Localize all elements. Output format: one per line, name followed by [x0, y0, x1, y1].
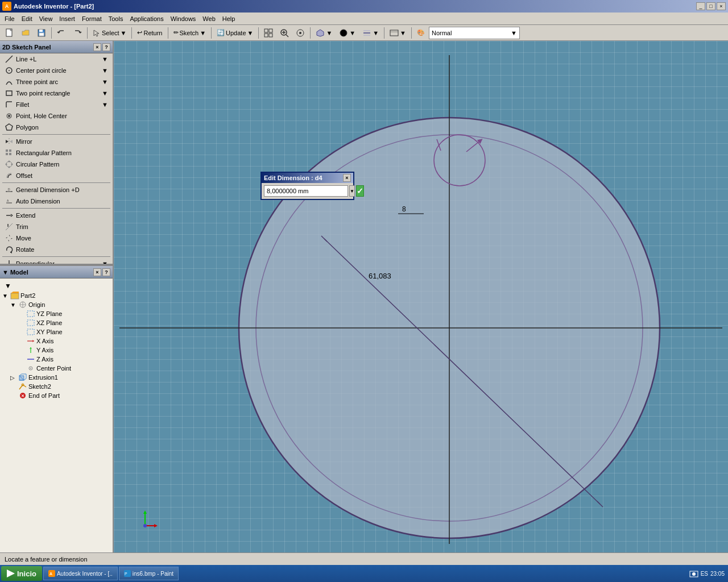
- tree-item-center[interactable]: Center Point: [2, 364, 110, 373]
- redo-button[interactable]: [70, 27, 85, 39]
- model-panel-close[interactable]: ×: [93, 268, 101, 276]
- maximize-button[interactable]: □: [706, 2, 715, 10]
- sketch-item-mirror[interactable]: Mirror: [0, 136, 113, 147]
- zoom-fit-button[interactable]: [261, 27, 276, 39]
- tree-item-zaxis[interactable]: Z Axis: [2, 355, 110, 364]
- dialog-title-text: Edit Dimension : d4: [264, 174, 322, 181]
- sketch-panel-close[interactable]: ×: [93, 43, 101, 51]
- sketch-item-gen-dim[interactable]: D General Dimension +D: [0, 184, 113, 196]
- dimension-ok-button[interactable]: ✓: [356, 185, 364, 197]
- start-icon: [7, 569, 15, 577]
- sketch-item-move[interactable]: Move: [0, 232, 113, 244]
- canvas-area[interactable]: 61,083 8 Edit Dimensio: [114, 41, 728, 552]
- gen-dim-icon: D: [5, 185, 14, 194]
- menu-tools[interactable]: Tools: [105, 14, 127, 23]
- perp-icon: [5, 259, 14, 264]
- circle-arrow: ▼: [102, 67, 108, 74]
- dialog-close-button[interactable]: ×: [343, 174, 351, 182]
- sketch-button[interactable]: ✏ Sketch ▼: [171, 27, 209, 39]
- sketch-item-perp[interactable]: Perpendicular ▼: [0, 258, 113, 264]
- menu-edit[interactable]: Edit: [18, 14, 36, 23]
- sketch-item-arc[interactable]: Three point arc ▼: [0, 76, 113, 88]
- menu-format[interactable]: Format: [78, 14, 105, 23]
- tree-item-xaxis[interactable]: X Axis: [2, 336, 110, 346]
- svg-line-10: [286, 35, 288, 37]
- minimize-button[interactable]: _: [696, 2, 705, 10]
- tree-item-yaxis[interactable]: Y Axis: [2, 346, 110, 355]
- dimension-dropdown[interactable]: ▼: [349, 185, 355, 197]
- sketch-item-extend[interactable]: Extend: [0, 210, 113, 221]
- zoom-button[interactable]: [277, 27, 292, 39]
- tree-item-end[interactable]: ✕ End of Part: [2, 391, 110, 400]
- wireframe-button[interactable]: ▼: [359, 27, 382, 39]
- menu-insert[interactable]: Insert: [56, 14, 78, 23]
- update-button[interactable]: 🔄 Update ▼: [214, 27, 256, 39]
- sketch-panel-header[interactable]: 2D Sketch Panel × ?: [0, 41, 113, 53]
- pan-button[interactable]: [293, 27, 308, 39]
- return-button[interactable]: ↩ Return: [134, 27, 165, 39]
- rect-icon: [5, 89, 14, 98]
- move-label: Move: [16, 235, 31, 242]
- shading-button[interactable]: ▼: [336, 27, 358, 39]
- appearance-button[interactable]: 🎨: [414, 27, 428, 39]
- xy-plane-icon: [26, 328, 35, 336]
- tree-item-sketch2[interactable]: Sketch2: [2, 382, 110, 391]
- tree-item-xz[interactable]: XZ Plane: [2, 318, 110, 327]
- sketch-item-rotate[interactable]: Rotate: [0, 244, 113, 255]
- view3d-button[interactable]: ▼: [313, 27, 335, 39]
- menu-view[interactable]: View: [36, 14, 56, 23]
- tree-item-xy[interactable]: XY Plane: [2, 327, 110, 336]
- normal-dropdown[interactable]: Normal ▼: [429, 27, 520, 39]
- sketch-item-polygon[interactable]: Polygon: [0, 122, 113, 133]
- new-button[interactable]: [2, 27, 17, 39]
- taskbar-paint[interactable]: P ins6.bmp - Paint: [119, 567, 179, 580]
- sketch-item-fillet[interactable]: Fillet ▼: [0, 99, 113, 110]
- svg-point-37: [9, 167, 10, 168]
- tree-item-yz[interactable]: YZ Plane: [2, 309, 110, 318]
- sketch-item-point[interactable]: Point, Hole Center: [0, 110, 113, 122]
- taskbar: Inicio A Autodesk Inventor - [.. P ins6.…: [0, 565, 728, 582]
- title-bar: A Autodesk Inventor - [Part2] _ □ ×: [0, 0, 728, 13]
- menu-windows[interactable]: Windows: [167, 14, 200, 23]
- inventor-task-label: Autodesk Inventor - [..: [57, 571, 113, 577]
- close-button[interactable]: ×: [717, 2, 726, 10]
- sketch-item-rect[interactable]: Two point rectangle ▼: [0, 88, 113, 99]
- svg-rect-58: [11, 293, 19, 299]
- sketch-item-circle[interactable]: Center point circle ▼: [0, 65, 113, 76]
- model-panel-header[interactable]: ▼ Model × ?: [0, 266, 113, 278]
- sketch-item-circ-pattern[interactable]: Circular Pattern: [0, 159, 113, 170]
- svg-line-88: [597, 501, 603, 507]
- model-panel-help[interactable]: ?: [102, 268, 110, 276]
- start-button[interactable]: Inicio: [1, 566, 42, 581]
- select-button[interactable]: Select ▼: [90, 27, 129, 39]
- app-title: A Autodesk Inventor - [Part2]: [2, 2, 94, 11]
- filter-icon[interactable]: ▼: [2, 281, 110, 291]
- save-button[interactable]: [34, 27, 49, 39]
- sketch-item-line[interactable]: Line +L ▼: [0, 53, 113, 65]
- svg-rect-33: [9, 153, 11, 155]
- sketch-item-offset[interactable]: Offset: [0, 170, 113, 181]
- sketch-item-rect-pattern[interactable]: Rectangular Pattern: [0, 147, 113, 159]
- sketch-item-trim[interactable]: Trim: [0, 221, 113, 232]
- svg-marker-28: [6, 124, 13, 130]
- menu-web[interactable]: Web: [199, 14, 218, 23]
- undo-button[interactable]: [54, 27, 69, 39]
- tree-item-part2[interactable]: ▼ Part2: [2, 291, 110, 300]
- svg-marker-95: [154, 524, 158, 527]
- sketch-canvas[interactable]: 61,083 8: [114, 41, 728, 552]
- tree-item-origin[interactable]: ▼ Origin: [2, 300, 110, 309]
- open-button[interactable]: [18, 27, 33, 39]
- taskbar-inventor[interactable]: A Autodesk Inventor - [..: [43, 567, 118, 580]
- model-panel-icons: × ?: [93, 268, 110, 276]
- tree-item-extrusion1[interactable]: ▷ Extrusion1: [2, 373, 110, 382]
- trim-label: Trim: [16, 223, 28, 230]
- menu-applications[interactable]: Applications: [126, 14, 167, 23]
- display-button[interactable]: ▼: [387, 27, 409, 39]
- sketch-panel-help[interactable]: ?: [102, 43, 110, 51]
- sep-line4: [2, 256, 110, 257]
- dimension-input[interactable]: [264, 185, 348, 197]
- menu-help[interactable]: Help: [219, 14, 239, 23]
- sketch-item-auto-dim[interactable]: A Auto Dimension: [0, 196, 113, 207]
- menu-file[interactable]: File: [1, 14, 18, 23]
- svg-text:D: D: [8, 188, 10, 191]
